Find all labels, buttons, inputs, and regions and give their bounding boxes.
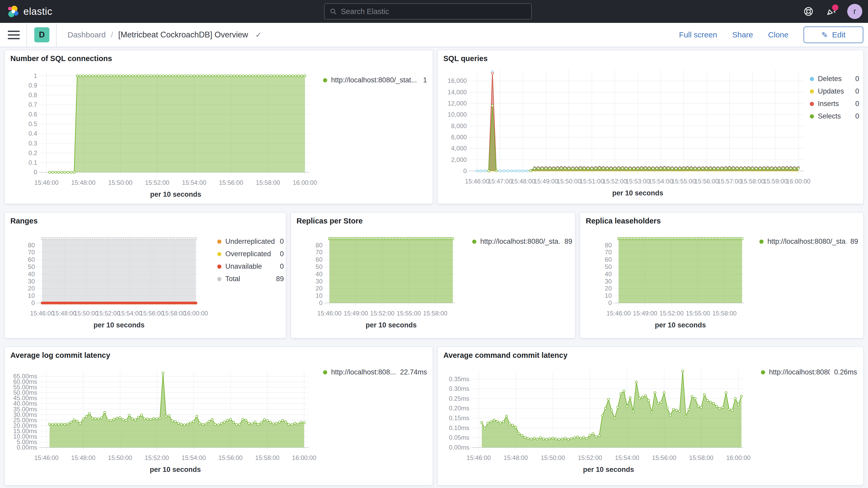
help-button[interactable] — [803, 5, 814, 18]
legend-dot — [472, 240, 476, 244]
sql-queries-chart[interactable]: 02,0004,0006,0008,00010,00012,00014,0001… — [438, 50, 864, 204]
svg-text:0.5: 0.5 — [29, 120, 37, 127]
full-screen-button[interactable]: Full screen — [679, 30, 717, 39]
svg-text:30: 30 — [28, 278, 35, 285]
svg-text:15:58:00: 15:58:00 — [689, 454, 713, 461]
breadcrumb: Dashboard / [Metricbeat CockroachDB] Ove… — [68, 30, 261, 39]
avg-log-commit-latency-chart[interactable]: 0.00ms5.00ms10.00ms15.00ms20.00ms25.00ms… — [5, 347, 433, 485]
svg-text:15:54:00: 15:54:00 — [118, 310, 142, 317]
user-avatar[interactable]: r — [847, 4, 862, 19]
svg-text:15:55:00: 15:55:00 — [686, 310, 710, 317]
legend-value: 89 — [276, 275, 284, 283]
edit-button-label: Edit — [832, 30, 846, 39]
legend-item[interactable]: Total 89 — [217, 275, 284, 283]
svg-text:15:54:00: 15:54:00 — [182, 179, 206, 186]
legend-item[interactable]: http://localhost:8080/_sta... 89 — [472, 238, 572, 246]
svg-text:80: 80 — [28, 242, 35, 249]
legend-label: Inserts — [818, 100, 839, 108]
legend-label: http://localhost:8080/_stat... — [331, 76, 417, 84]
replicas-per-store-chart[interactable]: 0102030405060708015:46:0015:49:0015:52:0… — [291, 213, 576, 338]
svg-text:0: 0 — [34, 169, 37, 176]
legend-dot — [810, 77, 814, 81]
top-bar-icons: r — [803, 0, 862, 23]
svg-text:20: 20 — [605, 285, 612, 292]
menu-button[interactable] — [8, 29, 20, 41]
menu-icon — [8, 31, 20, 32]
legend-item[interactable]: Overreplicated 0 — [217, 250, 284, 258]
legend: Deletes 0 Updates 0 Inserts 0 Selects 0 — [810, 75, 859, 120]
legend-dot — [760, 240, 764, 244]
svg-text:15:46:00: 15:46:00 — [34, 179, 59, 186]
svg-text:per 10 seconds: per 10 seconds — [612, 189, 663, 197]
legend-item[interactable]: Selects 0 — [810, 112, 859, 120]
check-icon[interactable]: ✓ — [255, 31, 261, 39]
newsfeed-button[interactable] — [825, 5, 837, 18]
svg-text:15:52:00: 15:52:00 — [370, 310, 394, 317]
svg-text:12,000: 12,000 — [448, 100, 467, 107]
svg-text:0.30ms: 0.30ms — [449, 385, 469, 392]
legend-item[interactable]: Deletes 0 — [810, 75, 859, 83]
legend-item[interactable]: Updates 0 — [810, 87, 859, 95]
svg-text:10: 10 — [605, 292, 612, 299]
svg-text:15:54:00: 15:54:00 — [182, 454, 206, 461]
svg-text:15:46:00: 15:46:00 — [466, 454, 491, 461]
replica-leaseholders-chart[interactable]: 0102030405060708015:46:0015:49:0015:52:0… — [580, 213, 864, 338]
legend-item[interactable]: http://localhost:8080/_sta... 89 — [760, 238, 858, 246]
svg-text:0: 0 — [319, 299, 322, 306]
svg-text:per 10 seconds: per 10 seconds — [150, 190, 202, 198]
legend-item[interactable]: http://localhost:808... 22.74ms — [323, 368, 427, 376]
avg-command-commit-latency-chart[interactable]: 0.00ms0.05ms0.10ms0.15ms0.20ms0.25ms0.30… — [438, 347, 864, 485]
svg-text:0: 0 — [463, 167, 467, 174]
divider — [27, 23, 27, 47]
svg-text:15:58:00: 15:58:00 — [162, 310, 186, 317]
legend-value: 0 — [280, 263, 284, 271]
breadcrumb-dashboard-link[interactable]: Dashboard — [68, 30, 106, 39]
search-input[interactable] — [341, 7, 526, 16]
svg-text:50: 50 — [315, 263, 322, 270]
legend-dot — [810, 102, 814, 106]
svg-text:per 10 seconds: per 10 seconds — [94, 321, 145, 329]
svg-text:15:54:00: 15:54:00 — [615, 454, 639, 461]
svg-text:per 10 seconds: per 10 seconds — [366, 321, 417, 329]
dashboard-badge[interactable]: D — [34, 27, 50, 42]
svg-text:0.25ms: 0.25ms — [449, 395, 469, 402]
svg-text:70: 70 — [605, 249, 612, 256]
svg-text:16:00:00: 16:00:00 — [184, 310, 208, 317]
legend-item[interactable]: http://localhost:8080... 0.26ms — [761, 368, 857, 376]
svg-text:16:00:00: 16:00:00 — [292, 454, 316, 461]
dashboard-grid: Number of SQL connections 00.10.20.30.40… — [0, 47, 868, 488]
legend-item[interactable]: http://localhost:8080/_stat... 1 — [323, 76, 427, 84]
legend-item[interactable]: Underreplicated 0 — [217, 238, 284, 246]
svg-text:0.35ms: 0.35ms — [449, 375, 469, 383]
legend-value: 0 — [280, 238, 284, 246]
svg-text:15:56:00: 15:56:00 — [219, 179, 243, 186]
svg-text:15:49:00: 15:49:00 — [633, 310, 657, 317]
legend-value: 0 — [855, 75, 859, 83]
elastic-logo-icon — [7, 5, 19, 18]
svg-text:30: 30 — [315, 278, 322, 285]
svg-text:15:51:00: 15:51:00 — [580, 178, 604, 185]
legend-dot — [810, 114, 814, 119]
legend-label: http://localhost:8080/_sta... — [480, 238, 561, 246]
svg-text:15:52:00: 15:52:00 — [578, 454, 602, 461]
share-button[interactable]: Share — [732, 30, 753, 39]
svg-text:15:46:00: 15:46:00 — [465, 178, 489, 185]
legend-label: Total — [225, 275, 240, 283]
svg-text:0.1: 0.1 — [29, 159, 37, 166]
sql-connections-chart[interactable]: 00.10.20.30.40.50.60.70.80.9115:46:0015:… — [5, 50, 433, 204]
global-search[interactable] — [324, 3, 532, 20]
svg-text:15:50:00: 15:50:00 — [108, 179, 132, 186]
clone-button[interactable]: Clone — [768, 30, 788, 39]
legend-label: Deletes — [818, 75, 842, 83]
svg-text:per 10 seconds: per 10 seconds — [150, 466, 201, 474]
legend-dot — [810, 89, 814, 94]
legend-item[interactable]: Unavailable 0 — [217, 263, 284, 271]
svg-text:70: 70 — [28, 249, 35, 256]
legend-item[interactable]: Inserts 0 — [810, 100, 859, 108]
elastic-logo[interactable]: elastic — [7, 5, 52, 18]
edit-button[interactable]: ✎ Edit — [804, 27, 863, 43]
svg-text:14,000: 14,000 — [448, 89, 467, 96]
svg-text:65.00ms: 65.00ms — [13, 373, 37, 379]
svg-text:15:52:00: 15:52:00 — [96, 310, 120, 317]
svg-text:30: 30 — [605, 278, 612, 285]
